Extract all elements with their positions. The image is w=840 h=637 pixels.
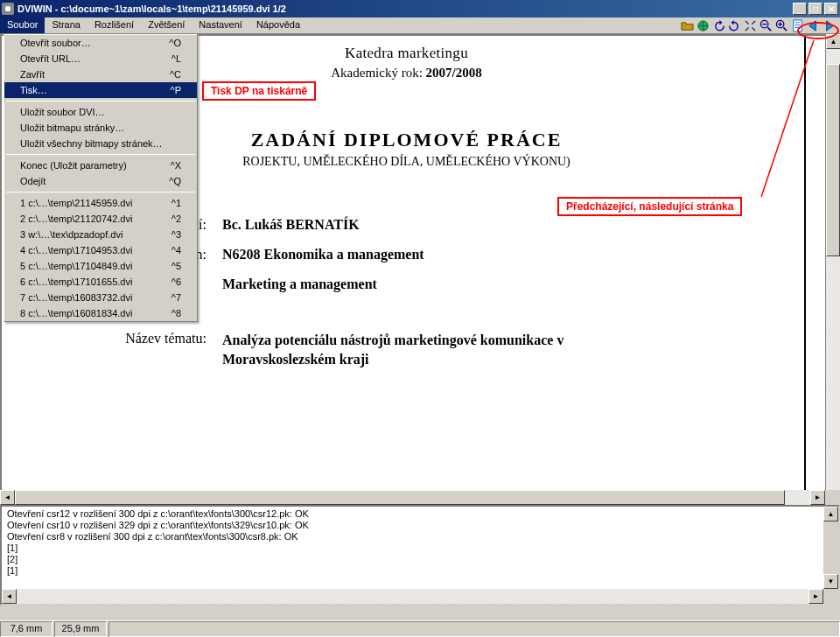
doc-value: Bc. Lukáš BERNATÍK	[222, 217, 811, 233]
scroll-right-button[interactable]: ►	[810, 490, 825, 505]
horizontal-scrollbar[interactable]: ◄ ►	[0, 490, 840, 505]
annotation-print: Tisk DP na tiskárně	[202, 81, 316, 101]
fit-icon[interactable]	[743, 18, 758, 33]
menu-item[interactable]: Otevřít soubor…^O	[4, 35, 197, 51]
vertical-scrollbar[interactable]: ▲ ▼	[825, 34, 840, 505]
menu-item[interactable]: Tisk…^P	[4, 82, 197, 98]
scroll-up-button[interactable]: ▲	[826, 34, 840, 49]
open-icon[interactable]	[680, 18, 695, 33]
log-scroll-up[interactable]: ▲	[823, 507, 838, 522]
toolbar	[680, 18, 840, 33]
log-line: [1]	[7, 542, 833, 554]
menu-item[interactable]: Odejít^Q	[4, 173, 197, 189]
scroll-thumb[interactable]	[826, 64, 840, 256]
undo-icon[interactable]	[711, 18, 726, 33]
menu-strana[interactable]: Strana	[45, 18, 87, 33]
doc-label: Název tématu:	[2, 331, 222, 369]
svg-line-5	[783, 27, 787, 31]
log-line: Otevření csr10 v rozlišení 329 dpi z c:\…	[7, 520, 833, 531]
statusbar: 7,6 mm 25,9 mm	[0, 620, 840, 637]
close-button[interactable]: ✕	[824, 3, 838, 15]
menu-rozliseni[interactable]: Rozlišení	[88, 18, 141, 33]
log-pane: Otevření csr12 v rozlišení 300 dpi z c:\…	[0, 505, 840, 606]
prev-page-icon[interactable]	[806, 18, 821, 33]
log-line: Otevření csr12 v rozlišení 300 dpi z c:\…	[7, 508, 833, 520]
menu-item[interactable]: Uložit všechny bitmapy stránek…	[4, 136, 197, 151]
menu-item[interactable]: 6 c:\…\temp\17101655.dvi^6	[4, 274, 197, 290]
menu-item[interactable]: Zavřít^C	[4, 66, 197, 82]
menu-nastaveni[interactable]: Nastavení	[192, 18, 249, 33]
scroll-left-button[interactable]: ◄	[0, 490, 15, 505]
zoom-in-icon[interactable]	[774, 18, 789, 33]
menubar: Soubor Strana Rozlišení Zvětšení Nastave…	[0, 18, 840, 34]
menu-item[interactable]: Otevřít URL…^L	[4, 51, 197, 66]
menu-item[interactable]: Konec (Uložit parametry)^X	[4, 158, 197, 173]
log-scroll-right[interactable]: ►	[808, 589, 823, 604]
log-line: [2]	[7, 554, 833, 565]
minimize-button[interactable]: _	[793, 3, 807, 15]
doc-value: Marketing a management	[222, 276, 811, 292]
svg-line-2	[767, 27, 771, 31]
titlebar: DVIWIN - c:\docume~1\zam\locals~1\temp\2…	[0, 0, 840, 18]
menu-item[interactable]: 3 w:\…\tex\dpzadopf.dvi^3	[4, 227, 197, 242]
svg-rect-8	[794, 19, 802, 31]
log-line: [1]	[7, 565, 833, 577]
log-line: Otevření csr8 v rozlišení 300 dpi z c:\o…	[7, 531, 833, 542]
menu-item[interactable]: 8 c:\…\temp\16081834.dvi^8	[4, 305, 197, 321]
status-filler	[108, 621, 840, 637]
menu-item[interactable]: Uložit bitmapu stránky…	[4, 120, 197, 136]
doc-value: Analýza potenciálu nástrojů marketingové…	[222, 331, 651, 369]
menu-item[interactable]: 1 c:\…\temp\21145959.dvi^1	[4, 195, 197, 211]
page-icon[interactable]	[790, 18, 805, 33]
app-icon	[2, 3, 14, 15]
log-hscroll[interactable]: ◄ ►	[2, 589, 823, 604]
window-title: DVIWIN - c:\docume~1\zam\locals~1\temp\2…	[18, 4, 791, 14]
annotation-pagenav: Předcházející, následující stránka	[557, 197, 742, 216]
status-x: 7,6 mm	[0, 621, 52, 637]
menu-zvetseni[interactable]: Zvětšení	[141, 18, 192, 33]
status-y: 25,9 mm	[54, 621, 107, 637]
globe-icon[interactable]	[696, 18, 710, 33]
next-page-icon[interactable]	[822, 18, 836, 33]
log-vscroll[interactable]: ▲ ▼	[823, 507, 838, 589]
soubor-dropdown: Otevřít soubor…^OOtevřít URL…^LZavřít^CT…	[4, 34, 198, 322]
log-scroll-down[interactable]: ▼	[823, 574, 838, 589]
menu-soubor[interactable]: Soubor	[0, 18, 45, 33]
maximize-button[interactable]: □	[808, 3, 822, 15]
doc-value: N6208 Ekonomika a management	[222, 247, 811, 262]
log-scroll-left[interactable]: ◄	[2, 589, 17, 604]
hscroll-thumb[interactable]	[15, 490, 785, 505]
redo-icon[interactable]	[727, 18, 742, 33]
menu-item[interactable]: 4 c:\…\temp\17104953.dvi^4	[4, 242, 197, 258]
menu-item[interactable]: 7 c:\…\temp\16083732.dvi^7	[4, 290, 197, 305]
menu-item[interactable]: 5 c:\…\temp\17104849.dvi^5	[4, 258, 197, 274]
menu-item[interactable]: 2 c:\…\temp\21120742.dvi^2	[4, 211, 197, 227]
menu-napoveda[interactable]: Nápověda	[249, 18, 307, 33]
zoom-out-icon[interactable]	[759, 18, 774, 33]
menu-item[interactable]: Uložit soubor DVI…	[4, 104, 197, 120]
